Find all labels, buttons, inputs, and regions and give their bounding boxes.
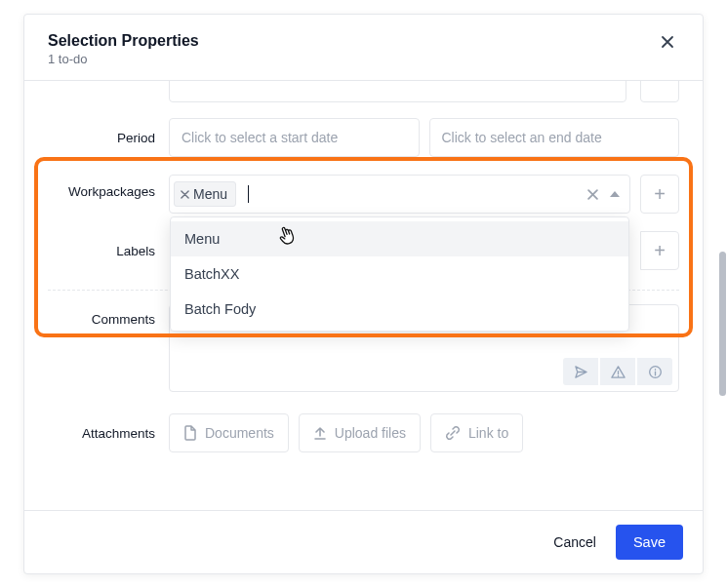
- clear-icon[interactable]: [584, 189, 602, 200]
- workpackages-row: Workpackages Menu Menu: [48, 163, 679, 219]
- close-icon[interactable]: [656, 32, 679, 52]
- chip-remove-icon[interactable]: [181, 190, 189, 199]
- documents-button[interactable]: Documents: [169, 413, 289, 452]
- scrollbar[interactable]: [719, 252, 726, 396]
- modal-title: Selection Properties: [48, 32, 199, 50]
- dropdown-item[interactable]: Batch Fody: [171, 292, 628, 327]
- chevron-up-icon[interactable]: [610, 191, 620, 197]
- upload-icon: [313, 425, 327, 441]
- add-workpackage-button[interactable]: +: [640, 175, 679, 214]
- comments-label: Comments: [48, 304, 155, 327]
- modal-subtitle: 1 to-do: [48, 52, 199, 66]
- send-icon[interactable]: [563, 358, 598, 385]
- save-button[interactable]: Save: [616, 525, 683, 560]
- chip-label: Menu: [193, 186, 227, 202]
- end-date-input[interactable]: Click to select an end date: [429, 118, 680, 157]
- selection-properties-modal: Selection Properties 1 to-do Period Clic…: [23, 14, 704, 574]
- dropdown-item[interactable]: Menu: [171, 221, 628, 256]
- modal-footer: Cancel Save: [24, 510, 703, 573]
- modal-header: Selection Properties 1 to-do: [24, 15, 703, 81]
- start-date-input[interactable]: Click to select a start date: [169, 118, 420, 157]
- period-label: Period: [48, 131, 155, 145]
- partial-row: [48, 81, 679, 102]
- link-to-button[interactable]: Link to: [430, 413, 523, 452]
- attachments-row: Attachments Documents Upload files Link …: [48, 408, 679, 458]
- comments-footer: [170, 352, 678, 391]
- add-label-button[interactable]: +: [640, 231, 679, 270]
- workpackages-select[interactable]: Menu Menu BatchXX Batch Fody: [169, 175, 630, 214]
- text-caret: [248, 185, 249, 203]
- workpackages-label: Workpackages: [48, 175, 155, 199]
- labels-label: Labels: [48, 244, 155, 258]
- dropdown-item[interactable]: BatchXX: [171, 256, 628, 292]
- workpackages-chip: Menu: [174, 181, 236, 207]
- cancel-button[interactable]: Cancel: [549, 527, 600, 558]
- info-icon[interactable]: [637, 358, 672, 385]
- document-icon: [183, 425, 197, 441]
- upload-button[interactable]: Upload files: [299, 413, 421, 452]
- period-row: Period Click to select a start date Clic…: [48, 112, 679, 163]
- link-icon: [445, 425, 461, 441]
- modal-body: Period Click to select a start date Clic…: [24, 81, 703, 510]
- workpackages-dropdown: Menu BatchXX Batch Fody: [170, 216, 629, 332]
- warning-icon[interactable]: [600, 358, 635, 385]
- attachments-label: Attachments: [48, 426, 155, 441]
